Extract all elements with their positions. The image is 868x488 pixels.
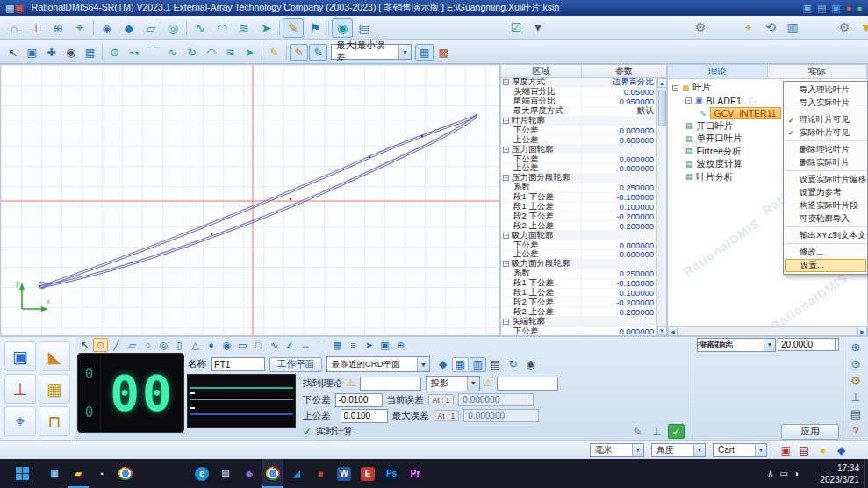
arc-feature-icon[interactable]: ⌒: [314, 338, 329, 352]
start-button[interactable]: [5, 459, 39, 488]
torus-feature-icon[interactable]: ◉: [219, 338, 234, 352]
bulb-icon[interactable]: ●: [815, 442, 830, 457]
measure-line-icon[interactable]: ↝: [125, 44, 143, 61]
checkbox-checked-icon[interactable]: ✓: [303, 426, 312, 438]
network-icon[interactable]: ▭: [780, 469, 788, 478]
sphere-feature-icon[interactable]: ●: [204, 338, 219, 352]
expander-icon[interactable]: [503, 79, 509, 85]
scan-path-icon[interactable]: ≋: [233, 18, 255, 38]
units-combo[interactable]: 毫米▼: [590, 443, 644, 457]
slot-feature-icon[interactable]: ▭: [235, 338, 250, 352]
probe-icon[interactable]: ⊥: [4, 374, 36, 404]
rectangle-feature-icon[interactable]: □: [251, 338, 266, 352]
context-menu-item[interactable]: 可变轮廓导入: [785, 212, 866, 227]
probe-manager-icon[interactable]: ⊥: [25, 18, 47, 38]
context-menu-item[interactable]: 删除实际叶片: [785, 156, 866, 171]
context-menu-item[interactable]: 设置为参考: [785, 186, 866, 199]
context-menu-item[interactable]: 设置...: [785, 259, 866, 272]
angle-combo[interactable]: 角度▼: [651, 443, 706, 457]
manual-mode-icon[interactable]: ▥: [470, 357, 486, 372]
scroll-down-icon[interactable]: ▼: [657, 326, 667, 335]
context-menu-item[interactable]: 修改...: [785, 246, 866, 259]
auto-mode-icon[interactable]: ▦: [452, 357, 469, 372]
circle-feature-icon[interactable]: ○: [140, 338, 155, 352]
volume-icon[interactable]: ◗: [794, 469, 800, 478]
program-check-icon[interactable]: ☑: [506, 18, 527, 37]
angle-feature-icon[interactable]: ∠: [283, 338, 298, 352]
coordinate-system-icon[interactable]: ⌖: [69, 18, 90, 38]
measure-grid-icon[interactable]: ≋: [221, 44, 240, 61]
context-menu-item[interactable]: 构造实际叶片段: [785, 199, 866, 212]
upper-tolerance-input[interactable]: [341, 409, 388, 423]
expander-icon[interactable]: [503, 261, 509, 267]
path-feature-icon[interactable]: ➤: [362, 338, 377, 352]
measure-curve-icon[interactable]: ∿: [190, 18, 211, 38]
book-icon[interactable]: ▤: [797, 442, 812, 457]
monitor-icon[interactable]: ▤: [817, 4, 826, 13]
annotate-pen-icon[interactable]: ✎: [283, 18, 304, 38]
doc-icon[interactable]: ▤: [847, 405, 865, 421]
camera-feature-icon[interactable]: ▣: [377, 338, 392, 352]
help-icon[interactable]: ?: [847, 422, 865, 438]
view-eye-icon[interactable]: ◉: [61, 44, 80, 61]
tools-icon[interactable]: ⚙: [690, 18, 711, 37]
scanline-feature-icon[interactable]: ≡: [346, 338, 361, 352]
projection-combo[interactable]: 投影 ▼: [426, 376, 480, 391]
context-menu-item[interactable]: 导入理论叶片: [785, 83, 866, 97]
measure-arc-icon[interactable]: ⌒: [144, 44, 162, 61]
feature-icon[interactable]: ◆: [118, 18, 140, 38]
pinned-app-icon[interactable]: ▣: [44, 459, 65, 488]
line-feature-icon[interactable]: ╱: [109, 338, 124, 352]
label-flag-icon[interactable]: ⚑: [305, 18, 326, 38]
select-icon[interactable]: ↖: [77, 338, 92, 352]
cone-feature-icon[interactable]: △: [188, 338, 203, 352]
point-feature-icon[interactable]: ⊙: [93, 338, 108, 352]
store-icon[interactable]: ▤: [215, 459, 236, 488]
edit-pen-orange-icon[interactable]: ✎: [290, 44, 308, 61]
construct-feature-icon[interactable]: ⊕: [393, 338, 408, 352]
toolbox-icon[interactable]: ▦: [39, 374, 70, 404]
legend-grid-icon[interactable]: ▦: [415, 44, 434, 61]
measure-point-icon[interactable]: ⊙: [105, 44, 124, 61]
report-icon[interactable]: ▤: [354, 18, 375, 38]
gear-icon[interactable]: ⚙: [847, 372, 865, 388]
measure-section-icon[interactable]: ◠: [202, 44, 220, 61]
ellipse-feature-icon[interactable]: ◎: [156, 338, 171, 352]
graphics-viewport[interactable]: y x: [0, 64, 500, 336]
scroll-up-icon[interactable]: ▲: [657, 78, 667, 88]
expander-icon[interactable]: [685, 97, 692, 104]
mesh-feature-icon[interactable]: ▦: [330, 338, 345, 352]
color-scale-icon[interactable]: ▩: [434, 44, 453, 61]
list-icon[interactable]: ▤: [487, 357, 504, 372]
curve-feature-icon[interactable]: ∿: [267, 338, 282, 352]
distance-feature-icon[interactable]: ↔: [298, 338, 313, 352]
projection-value-input[interactable]: [497, 377, 558, 391]
cylinder-feature-icon[interactable]: ▯: [172, 338, 187, 352]
world-icon[interactable]: ◆: [834, 442, 849, 457]
measure-curve-icon[interactable]: ∿: [163, 44, 182, 61]
context-menu-item[interactable]: 设置实际叶片偏移: [785, 173, 866, 186]
cad-import-icon[interactable]: ◈: [97, 18, 118, 38]
measure-mode-icon[interactable]: ▣: [4, 341, 36, 371]
expander-icon[interactable]: [503, 175, 509, 181]
show-desktop-button[interactable]: [864, 459, 868, 488]
vector-point-icon[interactable]: ➤: [255, 18, 276, 38]
purple-app-icon[interactable]: ◆: [239, 459, 260, 488]
fit-view-icon[interactable]: ▥: [782, 18, 803, 37]
status-red-icon[interactable]: ●: [846, 4, 852, 13]
lower-tolerance-input[interactable]: [335, 393, 383, 407]
machine-icon[interactable]: ⌂: [4, 18, 25, 38]
tab-actual[interactable]: 实际: [768, 65, 868, 78]
evaluate-icon[interactable]: ◎: [162, 18, 183, 38]
error-mode-combo[interactable]: 最大|最小误差 ▼: [331, 44, 412, 60]
crd-plane-combo[interactable]: 最靠近的CRD平面 ▼: [326, 356, 430, 372]
pan-icon[interactable]: ✚: [42, 44, 61, 61]
zoom-window-icon[interactable]: ▣: [23, 44, 41, 61]
ruler-icon[interactable]: ◣: [39, 341, 70, 371]
draw-pen-icon[interactable]: ✎: [265, 44, 283, 61]
plane-feature-icon[interactable]: ▱: [125, 338, 140, 352]
file-explorer-icon[interactable]: ▰: [68, 459, 89, 488]
rotate-view-icon[interactable]: ⟲: [760, 18, 781, 37]
material-icon[interactable]: ▣: [778, 442, 793, 457]
plane-icon[interactable]: ▱: [140, 18, 161, 38]
